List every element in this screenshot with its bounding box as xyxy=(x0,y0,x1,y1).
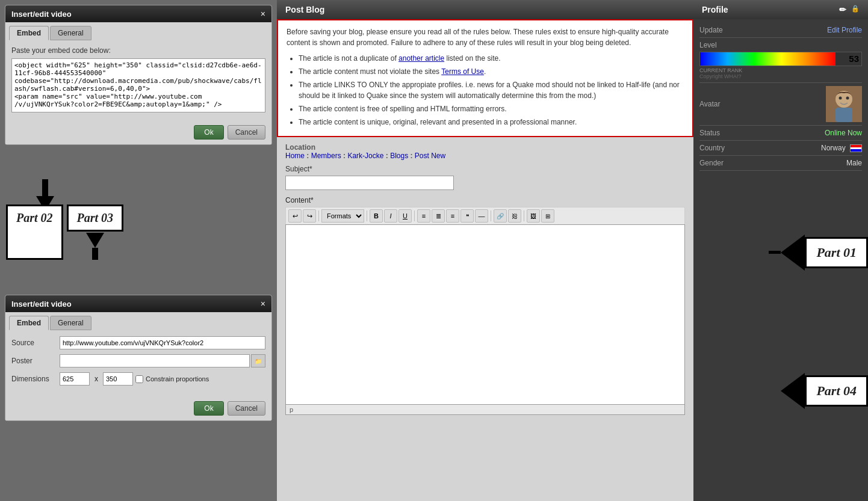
align-button[interactable]: ≡ xyxy=(446,209,459,223)
country-value: Norway xyxy=(821,144,862,152)
svg-rect-2 xyxy=(835,108,852,122)
undo-button[interactable]: ↩ xyxy=(288,209,302,223)
rules-box: Before saving your blog, please ensure y… xyxy=(277,19,693,137)
embed-textarea[interactable]: <object width="625" height="350" classid… xyxy=(11,58,265,112)
rule-5: The article content is unique, original,… xyxy=(299,117,684,128)
edit-icon[interactable]: ✏ xyxy=(839,5,846,14)
ok-button-top[interactable]: Ok xyxy=(194,125,223,140)
embed-label: Paste your embed code below: xyxy=(11,46,265,55)
poster-input-group: 📁 xyxy=(60,354,265,367)
content-label: Content* xyxy=(285,196,685,204)
poster-input[interactable] xyxy=(60,354,250,367)
breadcrumb-kark-jocke[interactable]: Kark-Jocke xyxy=(347,152,383,160)
profile-section: Update Edit Profile Level 53 CURRENT RAN… xyxy=(693,19,868,174)
dialog-title-bottom: Insert/edit video xyxy=(11,300,72,309)
formats-dropdown[interactable]: Formats xyxy=(321,209,364,223)
profile-header-icons: ✏ 🔒 xyxy=(839,5,860,14)
level-bar-fill xyxy=(700,52,835,66)
lock-icon[interactable]: 🔒 xyxy=(851,5,860,14)
toolbar-sep-1 xyxy=(318,211,319,221)
rule-1: The article is not a duplicate of anothe… xyxy=(299,53,684,64)
post-form-area: Location Home : Members : Kark-Jocke : B… xyxy=(277,137,693,501)
poster-browse-button[interactable]: 📁 xyxy=(251,354,265,367)
width-input[interactable] xyxy=(60,372,90,386)
rules-intro: Before saving your blog, please ensure y… xyxy=(287,26,684,48)
level-row: Level 53 CURRENT RANK Copyright WHA!? xyxy=(699,38,862,83)
dimensions-x: x xyxy=(95,375,98,383)
constrain-checkbox[interactable] xyxy=(135,375,143,383)
dialog-tabs-top: Embed General xyxy=(5,22,271,40)
dimensions-inputs: x Constrain proportions xyxy=(60,372,209,386)
middle-panel: Post Blog Before saving your blog, pleas… xyxy=(277,0,693,501)
status-row: Status Online Now xyxy=(699,126,862,141)
level-number: 53 xyxy=(849,54,859,64)
breadcrumb-members[interactable]: Members xyxy=(311,152,341,160)
editor-area[interactable] xyxy=(285,224,685,405)
source-input[interactable] xyxy=(60,336,265,349)
dialog-tabs-bottom: Embed General xyxy=(5,312,271,330)
breadcrumb-home[interactable]: Home xyxy=(285,152,305,160)
gender-label: Gender xyxy=(699,159,724,167)
tab-general-top[interactable]: General xyxy=(50,26,91,40)
tab-embed-bottom[interactable]: Embed xyxy=(9,316,49,330)
arrow-down xyxy=(86,233,104,260)
tab-general-bottom[interactable]: General xyxy=(50,316,91,330)
cancel-button-bottom[interactable]: Cancel xyxy=(228,401,265,416)
cancel-button-top[interactable]: Cancel xyxy=(228,125,265,140)
tab-embed-top[interactable]: Embed xyxy=(9,26,49,40)
dimensions-row: Dimensions x Constrain proportions xyxy=(11,372,265,386)
editor-statusbar: p xyxy=(285,405,685,415)
post-blog-header: Post Blog xyxy=(277,0,693,19)
ok-button-bottom[interactable]: Ok xyxy=(194,401,223,416)
poster-label: Poster xyxy=(11,357,60,365)
hr-button[interactable]: — xyxy=(475,209,488,223)
subject-input[interactable] xyxy=(285,176,454,190)
svg-point-4 xyxy=(846,97,849,100)
part01-annotation: Part 01 xyxy=(781,235,868,271)
level-bar-wrapper: 53 CURRENT RANK Copyright WHA!? xyxy=(699,52,862,79)
avatar-row: Avatar xyxy=(699,83,862,126)
source-label: Source xyxy=(11,339,60,347)
source-row: Source xyxy=(11,336,265,349)
avatar-svg xyxy=(826,86,862,122)
underline-button[interactable]: U xyxy=(398,209,412,223)
rule-2-link[interactable]: Terms of Use xyxy=(441,67,484,76)
breadcrumb-blogs[interactable]: Blogs xyxy=(390,152,408,160)
italic-button[interactable]: I xyxy=(384,209,397,223)
height-input[interactable] xyxy=(103,372,133,386)
edit-profile-link[interactable]: Edit Profile xyxy=(827,26,862,34)
avatar-label: Avatar xyxy=(699,100,720,108)
bullist-button[interactable]: ≡ xyxy=(417,209,430,223)
dialog-body-bottom: Source Poster 📁 Dimensions x xyxy=(5,330,271,396)
avatar-image xyxy=(826,86,862,122)
level-rank-label: CURRENT RANK xyxy=(699,67,862,73)
toolbar-sep-2 xyxy=(367,211,367,221)
table-button[interactable]: ⊞ xyxy=(541,209,554,223)
location-label: Location xyxy=(285,143,315,152)
svg-point-3 xyxy=(839,97,842,100)
constrain-label: Constrain proportions xyxy=(135,375,209,383)
numlist-button[interactable]: ≣ xyxy=(432,209,445,223)
link-button[interactable]: 🔗 xyxy=(494,209,507,223)
bold-button[interactable]: B xyxy=(370,209,383,223)
rule-1-link[interactable]: another article xyxy=(398,54,444,63)
dialog-titlebar-bottom: Insert/edit video × xyxy=(5,295,271,312)
level-copyright: Copyright WHA!? xyxy=(699,73,862,79)
rule-4: The article content is free of spelling … xyxy=(299,103,684,114)
dialog-titlebar-top: Insert/edit video × xyxy=(5,5,271,22)
unlink-button[interactable]: ⛓ xyxy=(508,209,521,223)
left-panel: Insert/edit video × Embed General Paste … xyxy=(0,0,277,501)
country-label: Country xyxy=(699,144,725,152)
redo-button[interactable]: ↪ xyxy=(303,209,316,223)
part02-box: Part 02 xyxy=(6,204,63,260)
blockquote-button[interactable]: ❝ xyxy=(460,209,474,223)
image-button[interactable]: 🖼 xyxy=(527,209,540,223)
breadcrumb-post-new[interactable]: Post New xyxy=(415,152,445,160)
dialog-footer-top: Ok Cancel xyxy=(5,120,271,144)
dialog-close-bottom[interactable]: × xyxy=(261,299,265,309)
status-value: Online Now xyxy=(825,129,862,137)
dialog-footer-bottom: Ok Cancel xyxy=(5,396,271,420)
profile-title: Profile xyxy=(702,5,728,14)
dialog-close-top[interactable]: × xyxy=(261,9,265,19)
poster-row: Poster 📁 xyxy=(11,354,265,367)
